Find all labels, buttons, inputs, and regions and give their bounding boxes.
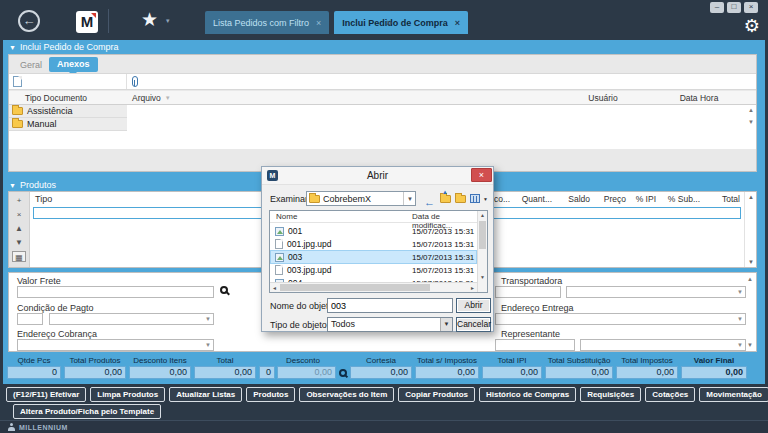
scrollbar-thumb[interactable] (479, 221, 486, 249)
new-document-icon[interactable] (13, 76, 22, 87)
cancelar-button[interactable]: Cancelar (456, 317, 491, 332)
delete-row-icon[interactable]: × (12, 209, 26, 220)
add-row-icon[interactable]: + (12, 195, 26, 206)
nome-objeto-input[interactable] (327, 298, 453, 313)
scroll-left-icon[interactable]: ◄ (272, 285, 277, 291)
atualizar-listas-button[interactable]: Atualizar Listas (169, 387, 242, 402)
dialog-titlebar[interactable]: M Abrir × (262, 167, 493, 185)
settings-gear-icon[interactable]: ⚙ (744, 15, 760, 37)
column-saldo[interactable]: Saldo (552, 194, 590, 204)
efetivar-button[interactable]: (F12/F11) Efetivar (6, 387, 86, 402)
scroll-down-icon[interactable]: ▼ (748, 119, 754, 125)
file-row[interactable]: 001.jpg.upd 15/07/2013 15:31 (271, 238, 476, 250)
close-button[interactable]: × (744, 2, 758, 13)
tipo-objeto-label: Tipo de objeto: (270, 320, 329, 330)
scroll-down-icon[interactable]: ▼ (480, 274, 485, 280)
minimize-button[interactable]: – (710, 2, 724, 13)
move-up-icon[interactable]: ▲ (12, 223, 26, 234)
column-ipi[interactable]: % IPI (626, 194, 656, 204)
valor-frete-label: Valor Frete (17, 276, 61, 286)
endereco-entrega-combo[interactable] (495, 313, 746, 325)
favorites-dropdown-icon[interactable]: ▾ (166, 17, 170, 25)
column-tipo-documento[interactable]: Tipo Documento (9, 93, 127, 103)
table-row[interactable]: Manual (9, 118, 756, 131)
column-total[interactable]: Total (700, 194, 740, 204)
app-logo[interactable]: M (76, 11, 98, 33)
copiar-produtos-button[interactable]: Copiar Produtos (398, 387, 475, 402)
tab-close-icon[interactable]: × (316, 18, 321, 28)
column-arquivo[interactable]: Arquivo▼ (127, 93, 547, 103)
folder-icon (309, 195, 320, 203)
tab-anexos[interactable]: Anexos (49, 57, 98, 72)
new-folder-icon[interactable] (454, 192, 467, 205)
scroll-down-icon[interactable]: ▼ (748, 259, 754, 265)
column-tipo[interactable]: Tipo (35, 194, 52, 204)
section-header-produtos[interactable]: ▼Produtos (9, 180, 56, 190)
produtos-scrollbar[interactable]: ▲ ▼ (744, 192, 756, 267)
condicao-pagto-code-input[interactable] (17, 313, 43, 325)
requisicoes-button[interactable]: Requisições (580, 387, 641, 402)
search-icon[interactable] (339, 369, 347, 377)
scroll-up-icon[interactable]: ▲ (748, 194, 754, 200)
grid-view-icon[interactable]: ▦ (12, 251, 26, 262)
abrir-button[interactable]: Abrir (456, 298, 491, 313)
transportadora-combo[interactable] (566, 286, 746, 298)
column-quantidade[interactable]: Quant... (510, 194, 552, 204)
representante-combo[interactable] (580, 339, 746, 351)
limpa-produtos-button[interactable]: Limpa Produtos (90, 387, 165, 402)
tab-lista-pedidos[interactable]: Lista Pedidos com Filtro × (205, 11, 329, 34)
file-list-vscrollbar[interactable]: ▲ ▼ (477, 211, 487, 292)
transportadora-code-input[interactable] (495, 286, 561, 298)
favorites-star-icon[interactable]: ★ (141, 8, 158, 31)
altera-produto-template-button[interactable]: Altera Produto/Ficha pelo Template (13, 404, 161, 419)
up-folder-icon[interactable]: ▲ (439, 192, 452, 205)
total-group: Qtde Pcs 0 (7, 355, 61, 379)
column-sub[interactable]: % Sub... (656, 194, 700, 204)
desconto-pct-input[interactable]: 0 (259, 366, 275, 379)
chevron-down-icon[interactable]: ▼ (403, 192, 413, 205)
filter-icon[interactable]: ▼ (165, 95, 171, 101)
move-down-icon[interactable]: ▼ (12, 237, 26, 248)
column-preco[interactable]: Preço (590, 194, 626, 204)
produtos-button[interactable]: Produtos (246, 387, 295, 402)
observacoes-item-button[interactable]: Observações do Item (299, 387, 394, 402)
new-tab-arrow-icon[interactable]: » (386, 16, 392, 28)
endereco-cobranca-combo[interactable] (17, 339, 214, 351)
scroll-up-icon[interactable]: ▲ (480, 212, 485, 218)
section-header-inclui-pedido[interactable]: ▼Inclui Pedido de Compra (9, 42, 119, 52)
tipo-objeto-combo[interactable]: Todos ▼ (327, 317, 453, 332)
column-nome[interactable]: Nome (276, 212, 297, 221)
scroll-up-icon[interactable]: ▲ (748, 107, 754, 113)
view-menu-icon[interactable]: ▼ (470, 192, 483, 205)
tab-geral[interactable]: Geral (14, 58, 48, 72)
condicao-pagto-combo[interactable] (49, 313, 214, 325)
column-usuario[interactable]: Usuário (547, 93, 659, 103)
movimentacao-button[interactable]: Movimentação (699, 387, 768, 402)
scrollbar-thumb[interactable] (280, 284, 430, 291)
column-data-hora[interactable]: Data Hora (659, 93, 739, 103)
table-row[interactable]: Assistência (9, 105, 756, 118)
total-group: Total 0,00 (194, 355, 256, 379)
valor-frete-input[interactable] (17, 286, 214, 298)
cotacoes-button[interactable]: Cotações (645, 387, 695, 402)
file-row[interactable]: 003.jpg.upd 15/07/2013 15:31 (271, 264, 476, 276)
dialog-close-button[interactable]: × (471, 168, 492, 182)
chevron-down-icon[interactable]: ▼ (440, 318, 452, 331)
folder-select-combo[interactable]: CobrebemX ▼ (306, 191, 416, 206)
tab-inclui-pedido[interactable]: Inclui Pedido de Compra × (334, 11, 468, 34)
scroll-down-icon[interactable]: ▼ (747, 342, 753, 348)
scroll-right-icon[interactable]: ► (470, 285, 475, 291)
file-list-hscrollbar[interactable]: ◄ ► (270, 282, 477, 292)
back-navigation-icon[interactable]: ← (423, 192, 436, 205)
maximize-button[interactable]: □ (727, 2, 741, 13)
back-icon[interactable]: ← (18, 10, 40, 32)
search-icon[interactable] (220, 286, 228, 294)
file-row-selected[interactable]: 003 15/07/2013 15:31 (271, 251, 476, 263)
file-row[interactable]: 001 15/07/2013 15:31 (271, 225, 476, 237)
representante-code-input[interactable] (495, 339, 575, 351)
total-group: Total s/ Impostos 0,00 (415, 355, 479, 379)
paperclip-icon[interactable] (132, 76, 138, 87)
scroll-up-icon[interactable]: ▲ (747, 276, 753, 282)
tab-close-icon[interactable]: × (455, 18, 460, 28)
historico-compras-button[interactable]: Histórico de Compras (479, 387, 576, 402)
